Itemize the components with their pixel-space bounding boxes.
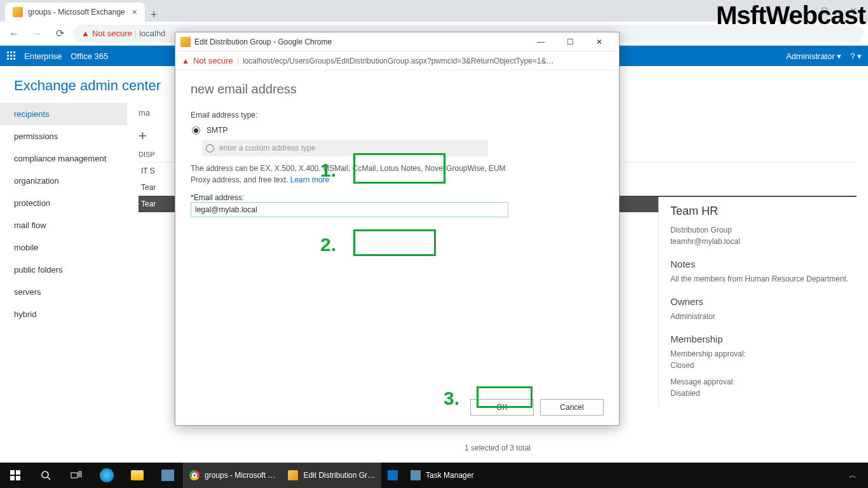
popup-titlebar[interactable]: Edit Distribution Group - Google Chrome … [175, 32, 619, 51]
svg-line-14 [48, 477, 50, 480]
popup-close-icon[interactable]: ✕ [585, 32, 614, 51]
nav-public-folders[interactable]: public folders [0, 259, 127, 281]
popup-address-bar: ▲ Not secure | localhost/ecp/UsersGroups… [175, 51, 619, 71]
svg-rect-12 [16, 476, 20, 480]
nav-organization[interactable]: organization [0, 170, 127, 192]
email-field-label: *Email address: [191, 193, 604, 202]
svg-rect-17 [79, 475, 81, 477]
details-email: teamhr@mylab.local [670, 236, 857, 247]
search-button[interactable] [31, 463, 61, 488]
svg-rect-8 [13, 58, 15, 60]
details-pane: Team HR Distribution Group teamhr@mylab.… [658, 197, 868, 407]
popup-favicon [180, 37, 191, 47]
back-button[interactable]: ← [5, 25, 23, 43]
ok-button[interactable]: OK [470, 399, 534, 416]
popup-url-separator: | [237, 57, 239, 65]
system-tray[interactable]: ︿ [843, 470, 868, 481]
nav-recipients[interactable]: recipients [0, 103, 127, 125]
warning-icon: ▲ [81, 29, 90, 38]
nav-permissions[interactable]: permissions [0, 125, 127, 147]
task-view-button[interactable] [61, 463, 92, 488]
header-office365-link[interactable]: Office 365 [71, 51, 108, 61]
nav-protection[interactable]: protection [0, 192, 127, 214]
membership-approval-label: Membership approval: [670, 348, 857, 360]
radio-unselected-icon[interactable] [206, 144, 214, 152]
edit-group-popup: Edit Distribution Group - Google Chrome … [175, 32, 620, 426]
url-separator: | [135, 29, 137, 38]
popup-minimize-icon[interactable]: — [526, 32, 555, 51]
tab-title: groups - Microsoft Exchange [28, 8, 125, 17]
help-text: The address can be EX, X.500, X.400, MSM… [191, 163, 515, 186]
svg-rect-2 [13, 51, 15, 53]
radio-selected-icon[interactable] [192, 126, 200, 135]
reload-button[interactable]: ⟳ [51, 25, 69, 43]
taskbar-app-chrome[interactable]: groups - Microsoft … [183, 463, 281, 488]
taskbar-app-label: Edit Distribution Gr… [303, 471, 375, 480]
svg-rect-6 [7, 58, 9, 60]
nav-servers[interactable]: servers [0, 281, 127, 303]
taskbar-exchange-icon [388, 470, 398, 480]
membership-approval-value: Closed [670, 360, 857, 371]
details-notes-heading: Notes [670, 259, 857, 269]
svg-point-13 [42, 471, 48, 478]
taskbar-app-popup[interactable]: Edit Distribution Gr… [281, 463, 381, 488]
svg-rect-11 [10, 476, 15, 480]
details-owners-heading: Owners [670, 296, 857, 307]
start-button[interactable] [0, 463, 31, 488]
message-approval-value: Disabled [670, 388, 857, 399]
taskbar-app-label: groups - Microsoft … [205, 471, 275, 480]
waffle-icon[interactable] [6, 51, 17, 61]
popup-url: localhost/ecp/UsersGroups/EditDistributi… [243, 57, 554, 65]
svg-rect-10 [16, 470, 20, 475]
custom-type-radio-option[interactable]: enter a custom address type [202, 140, 488, 156]
watermark-text: MsftWebcast [716, 1, 865, 30]
cancel-button[interactable]: Cancel [540, 399, 604, 416]
popup-security-status: Not secure [193, 56, 233, 65]
taskbar-app-exchange-toolbox[interactable] [381, 463, 404, 488]
smtp-radio-label: SMTP [207, 126, 227, 135]
svg-rect-9 [10, 470, 15, 475]
callout-number-2: 2. [320, 234, 336, 255]
popup-maximize-icon[interactable]: ☐ [555, 32, 585, 51]
windows-taskbar: groups - Microsoft … Edit Distribution G… [0, 463, 868, 488]
taskbar-explorer-icon[interactable] [122, 463, 153, 488]
security-status: Not secure [92, 29, 132, 38]
dialog-heading: new email address [191, 82, 604, 97]
header-user-dropdown[interactable]: Administrator ▾ [786, 51, 841, 61]
callout-number-3: 3. [444, 388, 459, 409]
email-type-label: Email address type: [191, 111, 604, 119]
details-owners: Administrator [670, 311, 857, 322]
taskbar-ie-icon[interactable] [92, 463, 122, 488]
help-icon[interactable]: ? ▾ [850, 51, 862, 61]
close-tab-icon[interactable]: × [132, 7, 137, 17]
nav-mail-flow[interactable]: mail flow [0, 214, 127, 236]
email-address-input[interactable] [191, 202, 508, 217]
taskbar-server-manager-icon[interactable] [153, 463, 183, 488]
browser-tab[interactable]: groups - Microsoft Exchange × [5, 3, 145, 22]
popup-title-text: Edit Distribution Group - Google Chrome [194, 37, 332, 46]
svg-rect-16 [79, 471, 81, 473]
left-nav: recipients permissions compliance manage… [0, 103, 127, 460]
nav-mobile[interactable]: mobile [0, 236, 127, 259]
smtp-radio-option[interactable]: SMTP [191, 123, 604, 137]
svg-rect-15 [71, 473, 78, 478]
forward-button[interactable]: → [28, 25, 46, 43]
details-title: Team HR [670, 205, 857, 218]
taskbar-taskmgr-icon [410, 470, 421, 480]
callout-number-1: 1. [320, 159, 336, 181]
nav-compliance[interactable]: compliance management [0, 147, 127, 170]
details-type: Distribution Group [670, 224, 857, 236]
header-enterprise-link[interactable]: Enterprise [24, 51, 62, 61]
custom-type-placeholder: enter a custom address type [219, 144, 315, 152]
details-notes: All the members from Human Resource Depa… [670, 273, 857, 285]
new-tab-button[interactable]: + [145, 8, 163, 22]
svg-rect-7 [10, 58, 12, 60]
tab-favicon [13, 7, 23, 17]
message-approval-label: Message approval: [670, 376, 857, 388]
taskbar-app-task-manager[interactable]: Task Manager [404, 463, 480, 488]
nav-hybrid[interactable]: hybrid [0, 303, 127, 325]
list-status: 1 selected of 3 total [127, 437, 868, 459]
details-membership-heading: Membership [670, 334, 857, 344]
tray-chevron-icon[interactable]: ︿ [843, 470, 863, 481]
svg-rect-1 [10, 51, 12, 53]
